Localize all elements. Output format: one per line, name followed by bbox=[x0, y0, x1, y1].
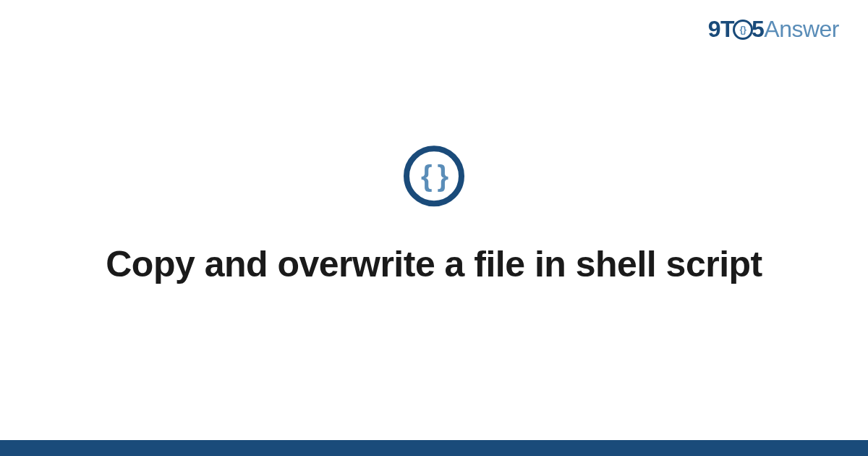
logo-text-5: 5 bbox=[752, 16, 764, 42]
site-logo: 9T{}5Answer bbox=[708, 16, 839, 43]
page-title: Copy and overwrite a file in shell scrip… bbox=[43, 241, 825, 287]
logo-circle-icon: {} bbox=[733, 20, 753, 40]
braces-glyph: { } bbox=[421, 161, 447, 190]
footer-bar bbox=[0, 440, 868, 456]
logo-text-answer: Answer bbox=[764, 16, 839, 42]
main-content: { } Copy and overwrite a file in shell s… bbox=[0, 145, 868, 287]
braces-circle-icon: { } bbox=[404, 145, 464, 206]
logo-text-9t: 9T bbox=[708, 16, 734, 42]
logo-braces-small: {} bbox=[739, 25, 746, 34]
